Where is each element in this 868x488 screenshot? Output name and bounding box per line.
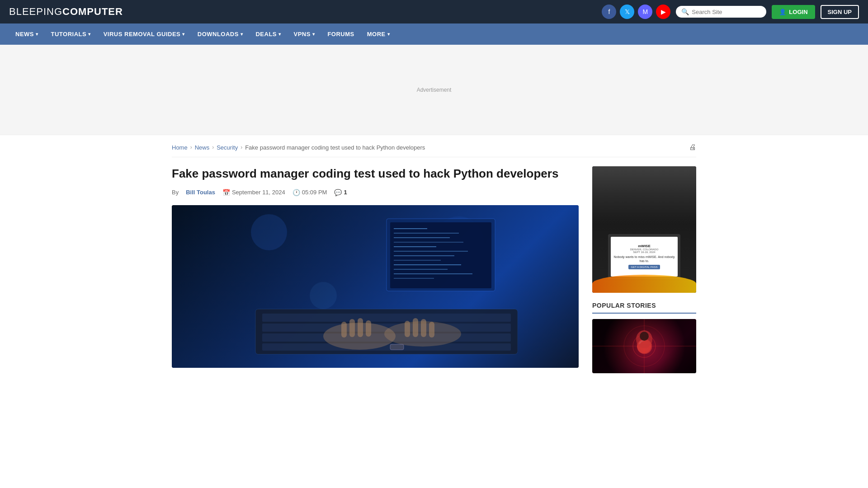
logo-light: BLEEPING	[9, 6, 62, 17]
svg-point-38	[640, 332, 649, 341]
nav-item-more[interactable]: MORE ▾	[361, 23, 396, 45]
article-meta: By Bill Toulas 📅 September 11, 2024 🕐 05…	[172, 189, 579, 196]
main-nav: NEWS ▾ TUTORIALS ▾ VIRUS REMOVAL GUIDES …	[0, 23, 868, 45]
article-layout: Fake password manager coding test used t…	[172, 157, 696, 382]
breadcrumb-sep-2: ›	[212, 144, 214, 150]
svg-rect-30	[421, 319, 426, 337]
svg-rect-31	[429, 322, 434, 338]
main-container: Home › News › Security › Fake password m…	[163, 135, 705, 382]
article-title: Fake password manager coding test used t…	[172, 166, 579, 182]
nav-news-label: NEWS	[15, 31, 34, 38]
article-date-item: 📅 September 11, 2024	[222, 189, 285, 196]
comment-count-number: 1	[344, 189, 347, 196]
ad-banner-top: Advertisement	[0, 45, 868, 135]
popular-story-image[interactable]	[592, 319, 696, 373]
search-icon: 🔍	[681, 8, 689, 15]
popular-stories-title: POPULAR STORIES	[592, 302, 696, 314]
nav-forums-label: FORUMS	[327, 31, 354, 38]
svg-rect-29	[413, 318, 418, 337]
keyboard-scene	[172, 205, 579, 368]
article-image	[172, 205, 579, 368]
nav-more-label: MORE	[367, 31, 386, 38]
facebook-icon[interactable]: f	[602, 5, 616, 19]
nav-item-tutorials[interactable]: TUTORIALS ▾	[45, 23, 97, 45]
breadcrumb-sep-3: ›	[241, 144, 242, 150]
sidebar-ad-brand: mWISE DENVER, COLORADO SEPT 16-19, 2024	[630, 244, 659, 253]
breadcrumb-news[interactable]: News	[195, 144, 210, 151]
svg-rect-18	[262, 314, 511, 322]
article-sidebar: mWISE DENVER, COLORADO SEPT 16-19, 2024 …	[592, 166, 696, 373]
nav-downloads-label: DOWNLOADS	[198, 31, 239, 38]
article-comments: 💬 1	[334, 189, 347, 196]
breadcrumb: Home › News › Security › Fake password m…	[172, 135, 696, 157]
article-date: September 11, 2024	[232, 189, 285, 196]
comment-icon: 💬	[334, 189, 342, 196]
svg-point-2	[310, 282, 337, 309]
search-input[interactable]	[692, 9, 761, 15]
top-header: BLEEPINGCOMPUTER f 𝕏 M ▶ 🔍 👤 LOGIN SIGN …	[0, 0, 868, 23]
breadcrumb-home[interactable]: Home	[172, 144, 188, 151]
nav-vpns-arrow: ▾	[312, 32, 315, 37]
nav-vpns-label: VPNS	[294, 31, 311, 38]
popular-stories: POPULAR STORIES	[592, 302, 696, 373]
signup-label: SIGN UP	[828, 9, 852, 15]
svg-rect-28	[405, 321, 410, 337]
nav-tutorials-label: TUTORIALS	[51, 31, 87, 38]
nav-downloads-arrow: ▾	[241, 32, 243, 37]
breadcrumb-left: Home › News › Security › Fake password m…	[172, 144, 425, 151]
twitter-icon[interactable]: 𝕏	[620, 5, 634, 19]
sidebar-ad-photo	[592, 166, 696, 225]
svg-rect-32	[390, 344, 404, 350]
sidebar-ad[interactable]: mWISE DENVER, COLORADO SEPT 16-19, 2024 …	[592, 166, 696, 293]
signup-button[interactable]: SIGN UP	[821, 5, 859, 19]
sidebar-ad-screen: mWISE DENVER, COLORADO SEPT 16-19, 2024 …	[611, 237, 678, 277]
social-icons: f 𝕏 M ▶	[602, 5, 670, 19]
hacker-grid-svg	[592, 319, 696, 373]
article-by-label: By	[172, 189, 179, 196]
nav-virus-label: VIRUS REMOVAL GUIDES	[104, 31, 181, 38]
article-author[interactable]: Bill Toulas	[186, 189, 215, 196]
article-svg-scene	[233, 205, 518, 368]
mastodon-icon[interactable]: M	[638, 5, 652, 19]
login-label: LOGIN	[789, 9, 807, 15]
nav-virus-arrow: ▾	[182, 32, 185, 37]
svg-rect-24	[341, 322, 347, 338]
nav-item-news[interactable]: NEWS ▾	[9, 23, 45, 45]
article-time-item: 🕐 05:09 PM	[292, 189, 327, 196]
calendar-icon: 📅	[222, 189, 230, 196]
nav-tutorials-arrow: ▾	[88, 32, 91, 37]
youtube-icon[interactable]: ▶	[656, 5, 670, 19]
sidebar-ad-wave	[592, 275, 696, 293]
logo-bold: COMPUTER	[62, 6, 123, 17]
svg-point-0	[251, 214, 287, 250]
article-time: 05:09 PM	[302, 189, 327, 196]
login-button[interactable]: 👤 LOGIN	[772, 5, 815, 19]
breadcrumb-current: Fake password manager coding test used t…	[245, 144, 425, 151]
clock-icon: 🕐	[292, 189, 300, 196]
person-icon: 👤	[779, 9, 786, 15]
nav-item-forums[interactable]: FORUMS	[321, 23, 360, 45]
nav-item-vpns[interactable]: VPNS ▾	[288, 23, 321, 45]
sidebar-ad-laptop: mWISE DENVER, COLORADO SEPT 16-19, 2024 …	[608, 234, 680, 279]
sidebar-ad-tagline: Nobody wants to miss mWISE. And nobody h…	[613, 255, 675, 263]
ad-banner-placeholder: Advertisement	[417, 87, 452, 93]
sidebar-ad-cta[interactable]: GET A DIGITAL PASS	[628, 265, 660, 269]
site-logo[interactable]: BLEEPINGCOMPUTER	[9, 6, 123, 18]
svg-rect-25	[349, 319, 355, 337]
nav-item-virus-removal[interactable]: VIRUS REMOVAL GUIDES ▾	[97, 23, 191, 45]
breadcrumb-security[interactable]: Security	[217, 144, 238, 151]
nav-item-downloads[interactable]: DOWNLOADS ▾	[191, 23, 250, 45]
nav-news-arrow: ▾	[36, 32, 38, 37]
search-box: 🔍	[676, 6, 766, 18]
svg-rect-26	[358, 318, 363, 337]
nav-item-deals[interactable]: DEALS ▾	[249, 23, 287, 45]
sidebar-ad-dates: SEPT 16-19, 2024	[630, 251, 659, 253]
print-icon[interactable]: 🖨	[689, 143, 696, 151]
nav-deals-arrow: ▾	[278, 32, 281, 37]
breadcrumb-sep-1: ›	[190, 144, 192, 150]
header-right: f 𝕏 M ▶ 🔍 👤 LOGIN SIGN UP	[602, 5, 859, 19]
article-main: Fake password manager coding test used t…	[172, 166, 579, 373]
nav-deals-label: DEALS	[255, 31, 277, 38]
nav-more-arrow: ▾	[387, 32, 390, 37]
svg-rect-27	[366, 320, 371, 337]
